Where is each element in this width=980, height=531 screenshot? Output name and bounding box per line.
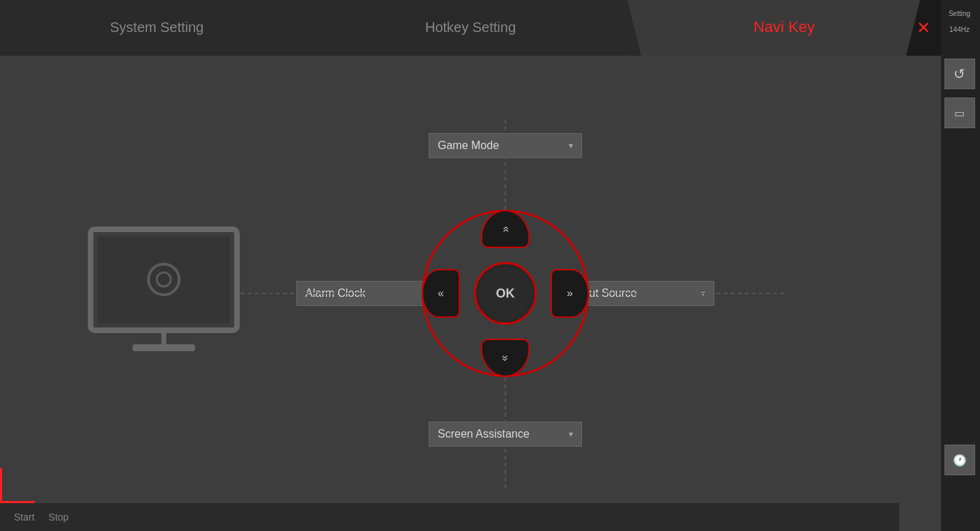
reset-icon-button[interactable]: ↺ [944,59,975,89]
content-area: Game Mode ▾ Alarm Clock ▾ Input Source ▾… [0,56,941,531]
line-left [240,293,422,294]
bottom-bar: Start Stop [0,503,899,531]
arrow-right-button[interactable]: » [551,269,589,318]
left-arrows-icon: « [438,287,444,300]
monitor-svg [84,222,244,362]
ok-label: OK [496,286,515,301]
tab-system-setting[interactable]: System Setting [0,0,314,56]
monitor-illustration [84,222,244,364]
right-sidebar: Setting 144Hz ↺ ▭ 🕐 [938,0,980,531]
line-bottom [505,377,506,488]
stop-button[interactable]: Stop [49,511,69,523]
tab-hotkey-setting[interactable]: Hotkey Setting [314,0,627,56]
reset-icon: ↺ [954,66,965,82]
close-icon: ✕ [917,18,931,38]
dropdown-bottom-arrow: ▾ [569,429,573,439]
dropdown-top-arrow: ▾ [569,141,573,151]
setting-label: Setting [946,7,973,20]
main-panel: System Setting Hotkey Setting Navi Key ✕ [0,0,941,531]
clock-icon-button[interactable]: 🕐 [944,445,975,475]
arrow-down-button[interactable]: » [481,339,530,377]
line-top [505,119,506,210]
ok-button[interactable]: OK [474,262,537,325]
tabs-bar: System Setting Hotkey Setting Navi Key ✕ [0,0,941,56]
right-arrows-icon: » [567,287,573,300]
corner-decoration-tl [0,468,35,503]
arrow-up-button[interactable]: » [481,210,530,248]
dropdown-bottom-value: Screen Assistance [438,428,530,440]
down-arrows-icon: » [500,355,511,361]
clock-icon: 🕐 [953,454,967,467]
hz-label: 144Hz [947,23,972,36]
start-button[interactable]: Start [14,511,35,523]
dpad: » » « » OK [422,210,589,377]
tab-navi-key[interactable]: Navi Key [627,0,941,56]
up-arrows-icon: » [500,226,511,232]
arrow-left-button[interactable]: « [422,269,460,318]
svg-rect-1 [98,236,230,323]
monitor-icon-button[interactable]: ▭ [944,98,975,128]
monitor-icon: ▭ [954,107,965,120]
dropdown-top-value: Game Mode [438,139,499,152]
line-right [589,293,784,294]
svg-rect-5 [132,344,195,351]
navi-area: Game Mode ▾ Alarm Clock ▾ Input Source ▾… [296,119,714,468]
